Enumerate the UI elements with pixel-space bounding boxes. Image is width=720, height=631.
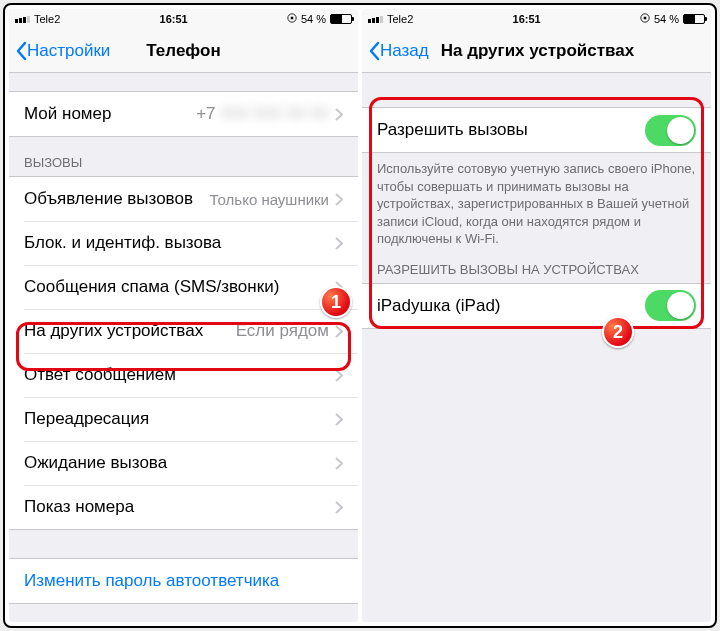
annotation-badge-1: 1	[320, 286, 352, 318]
nav-title: Телефон	[146, 41, 220, 61]
battery-icon	[330, 14, 352, 24]
carrier-label: Tele2	[387, 13, 413, 25]
row-label: Ответ сообщением	[24, 365, 335, 385]
screenshot-right: Tele2 16:51 54 % Назад На других устройс…	[362, 9, 711, 622]
nav-bar: Назад На других устройствах	[362, 29, 711, 73]
row-my-number[interactable]: Мой номер +7 999 999 99 99	[9, 92, 358, 136]
signal-icon	[368, 16, 383, 23]
row-label: На других устройствах	[24, 321, 236, 341]
row-label: Мой номер	[24, 104, 196, 124]
nav-title: На других устройствах	[441, 41, 635, 61]
row-value: Если рядом	[236, 321, 329, 341]
row-label: iPadушка (iPad)	[377, 296, 645, 316]
row-call-waiting[interactable]: Ожидание вызова	[9, 441, 358, 485]
row-other-devices[interactable]: На других устройствах Если рядом	[9, 309, 358, 353]
row-label: Объявление вызовов	[24, 189, 210, 209]
row-value: Только наушники	[210, 191, 329, 208]
orientation-lock-icon	[640, 13, 650, 25]
nav-back-button[interactable]: Назад	[362, 41, 429, 61]
chevron-right-icon	[335, 237, 343, 250]
row-label: Изменить пароль автоответчика	[24, 571, 343, 591]
row-block-id[interactable]: Блок. и идентиф. вызова	[9, 221, 358, 265]
toggle-switch[interactable]	[645, 115, 696, 146]
row-announce-calls[interactable]: Объявление вызовов Только наушники	[9, 177, 358, 221]
row-label: Разрешить вызовы	[377, 120, 645, 140]
row-label: Показ номера	[24, 497, 335, 517]
chevron-right-icon	[335, 325, 343, 338]
nav-back-button[interactable]: Настройки	[9, 41, 110, 61]
status-time: 16:51	[413, 13, 640, 25]
chevron-left-icon	[15, 41, 27, 61]
battery-pct: 54 %	[301, 13, 326, 25]
chevron-right-icon	[335, 457, 343, 470]
status-bar: Tele2 16:51 54 %	[9, 9, 358, 29]
nav-bar: Настройки Телефон	[9, 29, 358, 73]
chevron-left-icon	[368, 41, 380, 61]
row-value: +7 999 999 99 99	[196, 104, 329, 124]
row-change-voicemail-password[interactable]: Изменить пароль автоответчика	[9, 559, 358, 603]
nav-back-label: Настройки	[27, 41, 110, 61]
row-label: Блок. и идентиф. вызова	[24, 233, 335, 253]
battery-icon	[683, 14, 705, 24]
row-label: Сообщения спама (SMS/звонки)	[24, 277, 335, 297]
row-device-ipad[interactable]: iPadушка (iPad)	[362, 284, 711, 328]
orientation-lock-icon	[287, 13, 297, 25]
svg-rect-1	[291, 17, 294, 20]
section-header-calls: ВЫЗОВЫ	[9, 137, 358, 176]
row-allow-calls[interactable]: Разрешить вызовы	[362, 108, 711, 152]
chevron-right-icon	[335, 501, 343, 514]
svg-rect-3	[644, 17, 647, 20]
status-time: 16:51	[60, 13, 287, 25]
row-spam[interactable]: Сообщения спама (SMS/звонки)	[9, 265, 358, 309]
chevron-right-icon	[335, 413, 343, 426]
annotation-badge-2: 2	[602, 316, 634, 348]
row-label: Переадресация	[24, 409, 335, 429]
chevron-right-icon	[335, 369, 343, 382]
signal-icon	[15, 16, 30, 23]
tutorial-frame: Tele2 16:51 54 % Настройки Телефон Мой н…	[3, 3, 717, 628]
chevron-right-icon	[335, 193, 343, 206]
row-label: Ожидание вызова	[24, 453, 335, 473]
screenshot-left: Tele2 16:51 54 % Настройки Телефон Мой н…	[9, 9, 358, 622]
carrier-label: Tele2	[34, 13, 60, 25]
row-caller-id[interactable]: Показ номера	[9, 485, 358, 529]
status-bar: Tele2 16:51 54 %	[362, 9, 711, 29]
nav-back-label: Назад	[380, 41, 429, 61]
chevron-right-icon	[335, 108, 343, 121]
section-footer: Используйте сотовую учетную запись своег…	[362, 153, 711, 258]
section-header-devices: РАЗРЕШИТЬ ВЫЗОВЫ НА УСТРОЙСТВАХ	[362, 258, 711, 283]
row-forward[interactable]: Переадресация	[9, 397, 358, 441]
battery-pct: 54 %	[654, 13, 679, 25]
toggle-switch[interactable]	[645, 290, 696, 321]
row-respond-message[interactable]: Ответ сообщением	[9, 353, 358, 397]
